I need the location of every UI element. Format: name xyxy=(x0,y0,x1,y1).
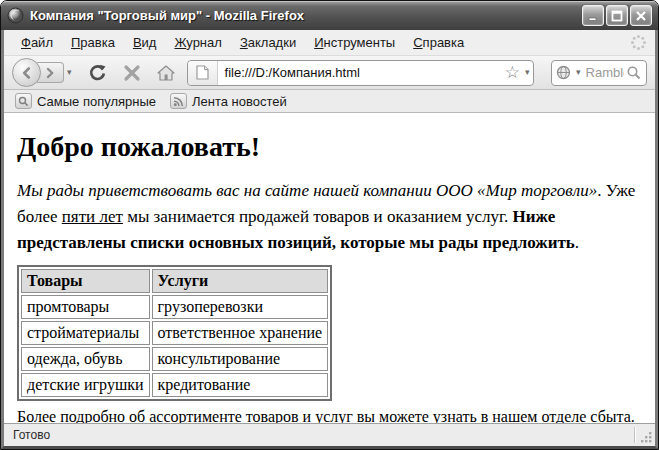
magnifier-icon xyxy=(15,93,32,109)
bookmarks-toolbar: Самые популярные Лента новостей xyxy=(4,90,655,113)
browser-window: Компания "Торговый мир" - Mozilla Firefo… xyxy=(0,0,659,450)
search-engine-icon[interactable] xyxy=(556,65,571,80)
goods-services-table: Товары Услуги промтовары грузоперевозки … xyxy=(17,265,332,401)
firefox-icon xyxy=(7,7,24,24)
bookmark-news-feed[interactable]: Лента новостей xyxy=(165,92,292,110)
table-cell: промтовары xyxy=(21,295,150,319)
window-controls xyxy=(582,5,652,26)
url-text: file:///D:/Компания.html xyxy=(218,65,503,80)
page-heading: Добро пожаловать! xyxy=(17,131,641,163)
history-dropdown[interactable]: ▾ xyxy=(64,68,75,77)
table-cell: одежда, обувь xyxy=(21,347,150,371)
statusbar-separator xyxy=(634,427,635,443)
maximize-button[interactable] xyxy=(606,5,628,26)
search-box[interactable]: ▾ Rambler xyxy=(551,60,647,86)
intro-italic: Мы рады приветствовать вас на сайте наше… xyxy=(17,181,597,200)
table-row: стройматериалы ответственное хранение xyxy=(21,321,328,345)
menu-view[interactable]: Вид xyxy=(124,32,166,53)
menu-tools[interactable]: Инструменты xyxy=(305,32,404,53)
resize-grip[interactable] xyxy=(640,431,653,444)
status-bar: Готово xyxy=(4,423,655,446)
reload-button[interactable] xyxy=(85,60,111,86)
outro-paragraph: Более подробно об ассортименте товаров и… xyxy=(17,408,641,423)
stop-button[interactable] xyxy=(119,60,145,86)
search-input[interactable]: Rambler xyxy=(586,65,624,80)
rss-icon xyxy=(170,93,187,109)
table-cell: кредитование xyxy=(152,373,329,397)
page-icon xyxy=(188,61,218,85)
search-go-icon[interactable] xyxy=(626,65,642,81)
close-button[interactable] xyxy=(630,5,652,26)
back-button[interactable] xyxy=(12,58,41,87)
table-row: детские игрушки кредитование xyxy=(21,373,328,397)
menu-help[interactable]: Справка xyxy=(404,32,473,53)
home-button[interactable] xyxy=(153,60,179,86)
intro-paragraph: Мы рады приветствовать вас на сайте наше… xyxy=(17,178,641,256)
menu-bar: Файл Правка Вид Журнал Закладки Инструме… xyxy=(4,30,655,56)
search-engine-dropdown[interactable]: ▾ xyxy=(573,68,584,77)
intro-text: мы занимается продажей товаров и оказани… xyxy=(123,207,513,226)
column-header-products: Товары xyxy=(21,269,150,293)
menu-history[interactable]: Журнал xyxy=(165,32,230,53)
window-frame: Файл Правка Вид Журнал Закладки Инструме… xyxy=(1,30,658,449)
back-forward-cluster: ▾ xyxy=(12,58,75,87)
table-cell: стройматериалы xyxy=(21,321,150,345)
status-text: Готово xyxy=(13,428,50,442)
menu-edit[interactable]: Правка xyxy=(62,32,124,53)
bookmark-star-icon[interactable]: ☆ xyxy=(503,64,522,81)
window-title: Компания "Торговый мир" - Mozilla Firefo… xyxy=(30,8,576,23)
table-header-row: Товары Услуги xyxy=(21,269,328,293)
title-bar: Компания "Торговый мир" - Mozilla Firefo… xyxy=(1,1,658,30)
navigation-toolbar: ▾ xyxy=(4,56,655,90)
column-header-services: Услуги xyxy=(152,269,329,293)
urlbar-dropdown[interactable]: ▾ xyxy=(522,68,533,77)
table-cell: консультирование xyxy=(152,347,329,371)
page-content: Добро пожаловать! Мы рады приветствовать… xyxy=(4,113,655,423)
table-cell: детские игрушки xyxy=(21,373,150,397)
menu-file[interactable]: Файл xyxy=(12,32,62,53)
minimize-button[interactable] xyxy=(582,5,604,26)
address-bar[interactable]: file:///D:/Компания.html ☆ ▾ xyxy=(187,60,534,86)
table-row: одежда, обувь консультирование xyxy=(21,347,328,371)
bookmark-most-visited[interactable]: Самые популярные xyxy=(10,92,161,110)
table-cell: грузоперевозки xyxy=(152,295,329,319)
bookmark-label: Лента новостей xyxy=(192,94,287,109)
bookmark-label: Самые популярные xyxy=(37,94,156,109)
intro-text: . xyxy=(575,233,579,252)
menu-bookmarks[interactable]: Закладки xyxy=(231,32,305,53)
throbber-icon xyxy=(630,34,647,51)
forward-button[interactable] xyxy=(37,62,64,83)
intro-underlined: пяти лет xyxy=(62,207,123,226)
table-row: промтовары грузоперевозки xyxy=(21,295,328,319)
table-cell: ответственное хранение xyxy=(152,321,329,345)
